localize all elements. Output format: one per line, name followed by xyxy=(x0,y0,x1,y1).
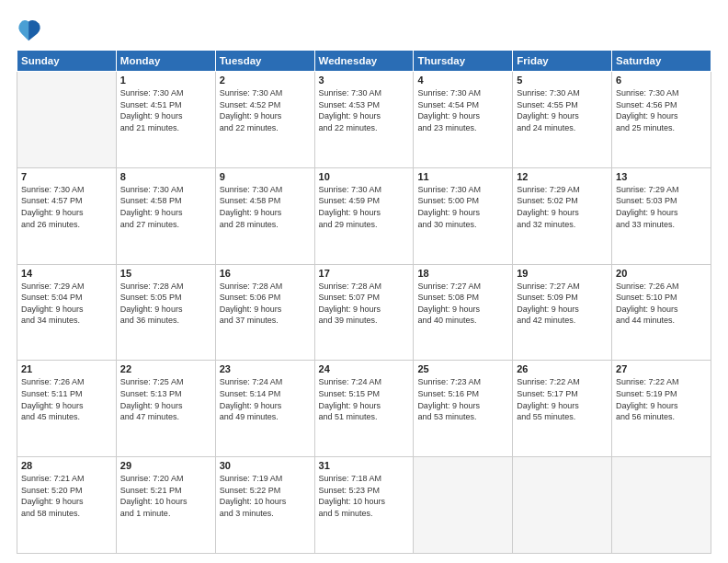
calendar-cell: 10Sunrise: 7:30 AM Sunset: 4:59 PM Dayli… xyxy=(314,167,414,264)
day-number: 1 xyxy=(120,75,211,86)
calendar-cell: 30Sunrise: 7:19 AM Sunset: 5:22 PM Dayli… xyxy=(215,457,314,554)
header xyxy=(17,17,711,42)
day-number: 3 xyxy=(319,75,410,86)
days-header-row: SundayMondayTuesdayWednesdayThursdayFrid… xyxy=(17,51,711,72)
day-number: 9 xyxy=(220,171,311,182)
day-number: 30 xyxy=(220,460,311,471)
calendar-cell: 9Sunrise: 7:30 AM Sunset: 4:58 PM Daylig… xyxy=(215,167,314,264)
day-info: Sunrise: 7:29 AM Sunset: 5:04 PM Dayligh… xyxy=(21,281,112,327)
calendar-cell: 19Sunrise: 7:27 AM Sunset: 5:09 PM Dayli… xyxy=(513,264,612,361)
day-info: Sunrise: 7:30 AM Sunset: 4:52 PM Dayligh… xyxy=(220,87,311,133)
day-info: Sunrise: 7:30 AM Sunset: 4:55 PM Dayligh… xyxy=(517,87,608,133)
day-info: Sunrise: 7:29 AM Sunset: 5:02 PM Dayligh… xyxy=(517,184,608,230)
col-header-sunday: Sunday xyxy=(17,51,117,72)
day-info: Sunrise: 7:30 AM Sunset: 4:58 PM Dayligh… xyxy=(120,184,211,230)
day-info: Sunrise: 7:22 AM Sunset: 5:19 PM Dayligh… xyxy=(616,376,707,422)
day-info: Sunrise: 7:18 AM Sunset: 5:23 PM Dayligh… xyxy=(319,473,410,519)
col-header-thursday: Thursday xyxy=(414,51,513,72)
week-row-5: 28Sunrise: 7:21 AM Sunset: 5:20 PM Dayli… xyxy=(17,457,711,554)
day-number: 8 xyxy=(120,171,211,182)
day-number: 15 xyxy=(120,268,211,279)
calendar-cell: 22Sunrise: 7:25 AM Sunset: 5:13 PM Dayli… xyxy=(116,361,215,457)
day-info: Sunrise: 7:21 AM Sunset: 5:20 PM Dayligh… xyxy=(21,473,112,519)
calendar-cell: 6Sunrise: 7:30 AM Sunset: 4:56 PM Daylig… xyxy=(612,72,711,168)
calendar-cell: 31Sunrise: 7:18 AM Sunset: 5:23 PM Dayli… xyxy=(314,457,414,554)
page: SundayMondayTuesdayWednesdayThursdayFrid… xyxy=(0,0,728,563)
day-number: 19 xyxy=(517,268,608,279)
day-info: Sunrise: 7:27 AM Sunset: 5:09 PM Dayligh… xyxy=(517,281,608,327)
week-row-2: 7Sunrise: 7:30 AM Sunset: 4:57 PM Daylig… xyxy=(17,167,711,264)
week-row-3: 14Sunrise: 7:29 AM Sunset: 5:04 PM Dayli… xyxy=(17,264,711,361)
day-number: 2 xyxy=(220,75,311,86)
day-info: Sunrise: 7:19 AM Sunset: 5:22 PM Dayligh… xyxy=(220,473,311,519)
calendar-cell: 24Sunrise: 7:24 AM Sunset: 5:15 PM Dayli… xyxy=(314,361,414,457)
day-info: Sunrise: 7:25 AM Sunset: 5:13 PM Dayligh… xyxy=(120,376,211,422)
calendar-cell: 11Sunrise: 7:30 AM Sunset: 5:00 PM Dayli… xyxy=(414,167,513,264)
day-number: 10 xyxy=(319,171,410,182)
day-number: 17 xyxy=(319,268,410,279)
day-info: Sunrise: 7:28 AM Sunset: 5:07 PM Dayligh… xyxy=(319,281,410,327)
calendar-cell: 3Sunrise: 7:30 AM Sunset: 4:53 PM Daylig… xyxy=(314,72,414,168)
day-number: 20 xyxy=(616,268,707,279)
calendar-cell: 1Sunrise: 7:30 AM Sunset: 4:51 PM Daylig… xyxy=(116,72,215,168)
day-number: 14 xyxy=(21,268,112,279)
calendar-cell: 2Sunrise: 7:30 AM Sunset: 4:52 PM Daylig… xyxy=(215,72,314,168)
day-info: Sunrise: 7:30 AM Sunset: 4:58 PM Dayligh… xyxy=(220,184,311,230)
day-number: 23 xyxy=(220,363,311,374)
day-number: 25 xyxy=(417,363,508,374)
day-number: 6 xyxy=(616,75,707,86)
day-number: 21 xyxy=(21,363,112,374)
day-info: Sunrise: 7:23 AM Sunset: 5:16 PM Dayligh… xyxy=(417,376,508,422)
day-number: 27 xyxy=(616,363,707,374)
day-number: 13 xyxy=(616,171,707,182)
day-number: 28 xyxy=(21,460,112,471)
calendar-cell: 21Sunrise: 7:26 AM Sunset: 5:11 PM Dayli… xyxy=(17,361,117,457)
day-info: Sunrise: 7:30 AM Sunset: 4:51 PM Dayligh… xyxy=(120,87,211,133)
day-info: Sunrise: 7:28 AM Sunset: 5:06 PM Dayligh… xyxy=(220,281,311,327)
calendar-cell xyxy=(414,457,513,554)
calendar-cell: 26Sunrise: 7:22 AM Sunset: 5:17 PM Dayli… xyxy=(513,361,612,457)
col-header-friday: Friday xyxy=(513,51,612,72)
day-number: 11 xyxy=(417,171,508,182)
day-info: Sunrise: 7:30 AM Sunset: 4:56 PM Dayligh… xyxy=(616,87,707,133)
calendar-cell: 17Sunrise: 7:28 AM Sunset: 5:07 PM Dayli… xyxy=(314,264,414,361)
calendar-cell: 29Sunrise: 7:20 AM Sunset: 5:21 PM Dayli… xyxy=(116,457,215,554)
calendar-cell: 8Sunrise: 7:30 AM Sunset: 4:58 PM Daylig… xyxy=(116,167,215,264)
calendar-cell: 4Sunrise: 7:30 AM Sunset: 4:54 PM Daylig… xyxy=(414,72,513,168)
calendar-cell: 7Sunrise: 7:30 AM Sunset: 4:57 PM Daylig… xyxy=(17,167,117,264)
logo-icon xyxy=(17,17,42,42)
calendar-cell: 12Sunrise: 7:29 AM Sunset: 5:02 PM Dayli… xyxy=(513,167,612,264)
day-number: 4 xyxy=(417,75,508,86)
col-header-tuesday: Tuesday xyxy=(215,51,314,72)
calendar-cell: 27Sunrise: 7:22 AM Sunset: 5:19 PM Dayli… xyxy=(612,361,711,457)
day-number: 12 xyxy=(517,171,608,182)
calendar-cell: 18Sunrise: 7:27 AM Sunset: 5:08 PM Dayli… xyxy=(414,264,513,361)
day-info: Sunrise: 7:30 AM Sunset: 5:00 PM Dayligh… xyxy=(417,184,508,230)
day-number: 26 xyxy=(517,363,608,374)
calendar-cell xyxy=(612,457,711,554)
day-info: Sunrise: 7:20 AM Sunset: 5:21 PM Dayligh… xyxy=(120,473,211,519)
day-info: Sunrise: 7:26 AM Sunset: 5:10 PM Dayligh… xyxy=(616,281,707,327)
calendar-cell: 23Sunrise: 7:24 AM Sunset: 5:14 PM Dayli… xyxy=(215,361,314,457)
day-info: Sunrise: 7:24 AM Sunset: 5:14 PM Dayligh… xyxy=(220,376,311,422)
day-info: Sunrise: 7:29 AM Sunset: 5:03 PM Dayligh… xyxy=(616,184,707,230)
calendar-cell: 14Sunrise: 7:29 AM Sunset: 5:04 PM Dayli… xyxy=(17,264,117,361)
calendar-cell xyxy=(17,72,117,168)
week-row-1: 1Sunrise: 7:30 AM Sunset: 4:51 PM Daylig… xyxy=(17,72,711,168)
day-info: Sunrise: 7:30 AM Sunset: 4:59 PM Dayligh… xyxy=(319,184,410,230)
day-info: Sunrise: 7:30 AM Sunset: 4:53 PM Dayligh… xyxy=(319,87,410,133)
calendar-cell: 5Sunrise: 7:30 AM Sunset: 4:55 PM Daylig… xyxy=(513,72,612,168)
calendar-cell: 15Sunrise: 7:28 AM Sunset: 5:05 PM Dayli… xyxy=(116,264,215,361)
day-info: Sunrise: 7:28 AM Sunset: 5:05 PM Dayligh… xyxy=(120,281,211,327)
week-row-4: 21Sunrise: 7:26 AM Sunset: 5:11 PM Dayli… xyxy=(17,361,711,457)
day-number: 7 xyxy=(21,171,112,182)
day-info: Sunrise: 7:30 AM Sunset: 4:54 PM Dayligh… xyxy=(417,87,508,133)
day-info: Sunrise: 7:27 AM Sunset: 5:08 PM Dayligh… xyxy=(417,281,508,327)
logo xyxy=(17,17,46,42)
col-header-wednesday: Wednesday xyxy=(314,51,414,72)
day-info: Sunrise: 7:26 AM Sunset: 5:11 PM Dayligh… xyxy=(21,376,112,422)
calendar-cell: 20Sunrise: 7:26 AM Sunset: 5:10 PM Dayli… xyxy=(612,264,711,361)
calendar-cell: 25Sunrise: 7:23 AM Sunset: 5:16 PM Dayli… xyxy=(414,361,513,457)
day-number: 29 xyxy=(120,460,211,471)
calendar-cell: 13Sunrise: 7:29 AM Sunset: 5:03 PM Dayli… xyxy=(612,167,711,264)
